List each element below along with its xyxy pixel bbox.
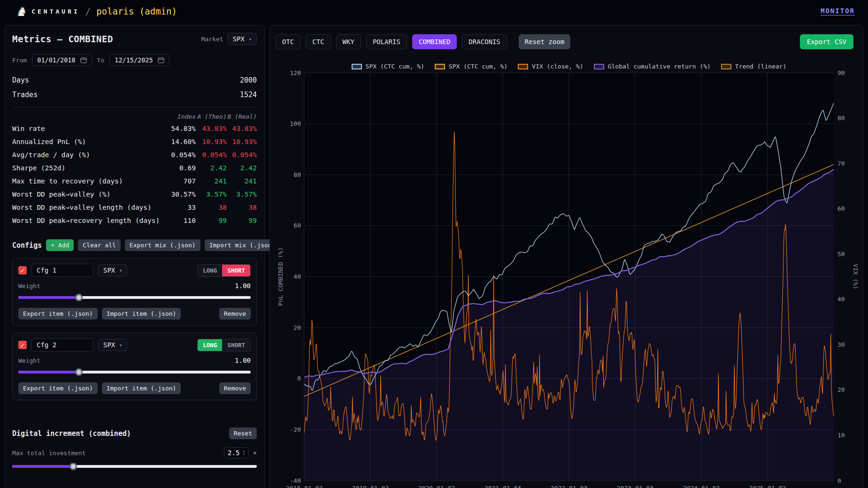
weight-slider[interactable] bbox=[18, 293, 251, 302]
column-a-theo: A (Theo) bbox=[196, 113, 227, 120]
import-item-button[interactable]: Import item (.json) bbox=[102, 382, 181, 394]
metric-index-value: 110 bbox=[162, 214, 196, 227]
configs-title: Configs bbox=[12, 241, 42, 250]
number-spinner[interactable]: ▴▾ bbox=[243, 450, 245, 456]
x-tick-label: 2021-01-04 bbox=[484, 485, 521, 488]
config-enabled-checkbox[interactable]: ✓ bbox=[18, 266, 27, 274]
metric-a-value: 0.054% bbox=[196, 148, 227, 161]
y-left-tick-label: 20 bbox=[293, 324, 301, 331]
metric-b-value: 2.42 bbox=[227, 161, 257, 175]
calendar-icon bbox=[80, 57, 87, 63]
config-market-value: SPX bbox=[103, 267, 115, 274]
metric-index-value: 33 bbox=[162, 201, 196, 214]
config-enabled-checkbox[interactable]: ✓ bbox=[18, 341, 27, 349]
y-right-tick-label: 80 bbox=[837, 114, 845, 122]
spinner-down-icon[interactable]: ▾ bbox=[243, 453, 245, 456]
config-market-select[interactable]: SPX ▾ bbox=[98, 339, 127, 351]
y-left-tick-label: 60 bbox=[293, 222, 301, 229]
slider-thumb[interactable] bbox=[75, 294, 83, 301]
metric-row: Sharpe (252d)0.692.422.42 bbox=[12, 161, 257, 175]
config-name-input[interactable] bbox=[31, 338, 93, 351]
max-investment-input[interactable]: 2.5 ▴▾ bbox=[224, 447, 249, 458]
import-mix-button[interactable]: Import mix (.json) bbox=[205, 239, 280, 251]
metric-row: Annualized PnL (%)14.60%10.93%10.93% bbox=[12, 135, 257, 148]
x-tick-label: 2019-01-02 bbox=[352, 485, 389, 488]
y-left-tick-label: 80 bbox=[293, 171, 301, 178]
chevron-down-icon: ▾ bbox=[119, 343, 122, 348]
metrics-title: Metrics — COMBINED bbox=[12, 34, 113, 44]
weight-label: Weight bbox=[18, 282, 40, 290]
remove-config-button[interactable]: Remove bbox=[219, 308, 251, 320]
from-label: From bbox=[12, 57, 27, 64]
metric-label: Worst DD peak→valley length (days) bbox=[12, 201, 162, 214]
slider-thumb[interactable] bbox=[69, 463, 77, 470]
long-button[interactable]: LONG bbox=[198, 339, 222, 351]
y-right-tick-label: 10 bbox=[837, 432, 845, 439]
from-date-value: 01/01/2018 bbox=[37, 56, 75, 64]
app-name: polaris (admin) bbox=[96, 6, 177, 16]
metric-b-value: 10.93% bbox=[227, 135, 257, 148]
reset-button[interactable]: Reset bbox=[229, 427, 257, 439]
y-right-tick-label: 90 bbox=[837, 69, 845, 76]
short-button[interactable]: SHORT bbox=[222, 265, 250, 276]
metric-row: Avg/trade / day (%)0.054%0.054%0.054% bbox=[12, 148, 257, 161]
y-right-tick-label: 0 bbox=[837, 477, 841, 484]
digital-increment-title: Digital increment (combined) bbox=[12, 429, 131, 438]
market-select[interactable]: SPX ▾ bbox=[228, 33, 257, 45]
export-mix-button[interactable]: Export mix (.json) bbox=[125, 239, 200, 251]
to-date-input[interactable]: 12/15/2025 bbox=[109, 54, 169, 66]
metric-a-value: 10.93% bbox=[196, 135, 227, 148]
column-index: Index bbox=[162, 113, 196, 120]
calendar-icon bbox=[158, 57, 164, 63]
export-item-button[interactable]: Export item (.json) bbox=[18, 308, 98, 320]
add-config-button[interactable]: + Add bbox=[46, 239, 74, 251]
export-item-button[interactable]: Export item (.json) bbox=[18, 382, 98, 394]
remove-config-button[interactable]: Remove bbox=[219, 382, 251, 394]
weight-value: 1.00 bbox=[235, 282, 251, 290]
times-symbol: × bbox=[253, 449, 257, 457]
metric-a-value: 43.83% bbox=[196, 122, 227, 135]
y-left-tick-label: 100 bbox=[290, 120, 301, 127]
metrics-table: Index A (Theo) B (Real) Win rate54.83%43… bbox=[12, 113, 257, 227]
y-left-axis-title: PnL COMBINED (%) bbox=[277, 247, 284, 306]
metrics-table-header: Index A (Theo) B (Real) bbox=[12, 113, 257, 120]
x-tick-label: 2020-01-02 bbox=[418, 485, 455, 488]
weight-value: 1.00 bbox=[235, 357, 251, 364]
column-b-real: B (Real) bbox=[227, 113, 257, 120]
y-right-tick-label: 30 bbox=[837, 341, 845, 348]
y-right-axis-title: VIX (%) bbox=[852, 264, 859, 290]
config-name-input[interactable] bbox=[31, 264, 93, 277]
to-date-value: 12/15/2025 bbox=[115, 56, 153, 64]
from-date-input[interactable]: 01/01/2018 bbox=[32, 54, 92, 66]
metric-index-value: 707 bbox=[162, 175, 196, 188]
metric-b-value: 99 bbox=[227, 214, 257, 227]
y-left-tick-label: 0 bbox=[297, 375, 301, 382]
header: ♞ CENTAURI / polaris (admin) MONITOR bbox=[0, 0, 868, 23]
metric-label: Win rate bbox=[12, 122, 162, 135]
weight-label: Weight bbox=[18, 357, 40, 364]
long-button[interactable]: LONG bbox=[198, 265, 222, 276]
to-label: To bbox=[97, 57, 105, 64]
market-label: Market bbox=[201, 36, 223, 43]
config-market-select[interactable]: SPX ▾ bbox=[98, 264, 127, 276]
chart-panel: OTCCTCWKYPOLARISCOMBINEDDRACONIS Reset z… bbox=[269, 25, 863, 488]
metric-b-value: 241 bbox=[227, 175, 257, 188]
metric-index-value: 0.054% bbox=[162, 148, 196, 161]
config-card: ✓ SPX ▾ LONG SHORT Weight 1.00 Export it… bbox=[12, 333, 257, 400]
metric-a-value: 2.42 bbox=[196, 161, 227, 175]
breadcrumb-separator: / bbox=[85, 6, 91, 16]
slider-thumb[interactable] bbox=[75, 368, 83, 376]
monitor-link[interactable]: MONITOR bbox=[821, 7, 855, 15]
max-investment-slider[interactable] bbox=[12, 462, 257, 471]
clear-all-button[interactable]: Clear all bbox=[78, 239, 120, 251]
short-button[interactable]: SHORT bbox=[222, 339, 250, 351]
metric-row: Worst DD peak→valley length (days)333838 bbox=[12, 201, 257, 214]
metric-label: Worst DD peak→recovery length (days) bbox=[12, 214, 162, 227]
metric-index-value: 14.60% bbox=[162, 135, 196, 148]
metric-a-value: 3.57% bbox=[196, 188, 227, 201]
y-right-tick-label: 40 bbox=[837, 296, 845, 303]
trades-value: 1524 bbox=[240, 91, 257, 99]
y-left-tick-label: 120 bbox=[290, 69, 301, 76]
weight-slider[interactable] bbox=[18, 368, 251, 376]
import-item-button[interactable]: Import item (.json) bbox=[102, 308, 181, 320]
